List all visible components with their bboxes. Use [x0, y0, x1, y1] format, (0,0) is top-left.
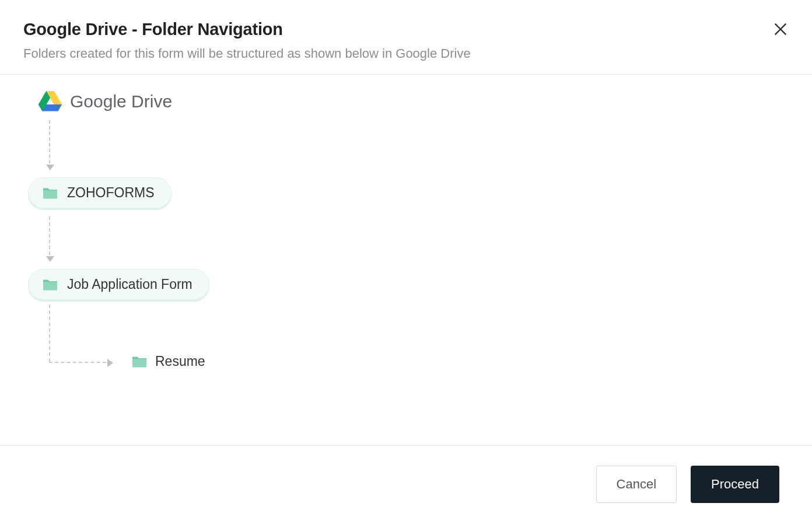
svg-rect-8 — [43, 190, 57, 198]
close-button[interactable] — [772, 21, 789, 40]
folder-label: ZOHOFORMS — [67, 185, 155, 201]
folder-navigation-modal: Google Drive - Folder Navigation Folders… — [0, 0, 812, 531]
folder-icon — [41, 186, 59, 200]
folder-icon — [131, 355, 148, 369]
modal-footer: Cancel Proceed — [0, 446, 812, 531]
folder-label: Resume — [155, 354, 205, 369]
folder-label: Job Application Form — [67, 277, 192, 292]
modal-title: Google Drive - Folder Navigation — [23, 20, 789, 39]
folder-resume: Resume — [131, 354, 205, 369]
arrow-down-icon — [49, 216, 50, 261]
cancel-button[interactable]: Cancel — [596, 466, 677, 503]
google-drive-brand: Google — [70, 92, 127, 111]
modal-body: Google Drive ZOHOFORMS Job Application F… — [0, 75, 812, 446]
folder-job-application-form: Job Application Form — [28, 269, 209, 300]
modal-header: Google Drive - Folder Navigation Folders… — [0, 0, 812, 75]
proceed-button[interactable]: Proceed — [691, 466, 779, 503]
arrow-down-icon — [49, 120, 50, 169]
google-drive-icon — [38, 91, 62, 112]
close-icon — [772, 21, 789, 37]
folder-icon — [41, 278, 59, 292]
svg-rect-9 — [43, 282, 57, 290]
modal-subtitle: Folders created for this form will be st… — [23, 46, 789, 61]
connector-elbow: Resume — [49, 305, 812, 375]
arrow-right-icon — [49, 362, 112, 363]
google-drive-root: Google Drive — [38, 91, 812, 112]
google-drive-product: Drive — [131, 92, 172, 111]
google-drive-label: Google Drive — [70, 92, 172, 111]
svg-rect-10 — [132, 359, 146, 367]
folder-zohoforms: ZOHOFORMS — [28, 177, 172, 208]
